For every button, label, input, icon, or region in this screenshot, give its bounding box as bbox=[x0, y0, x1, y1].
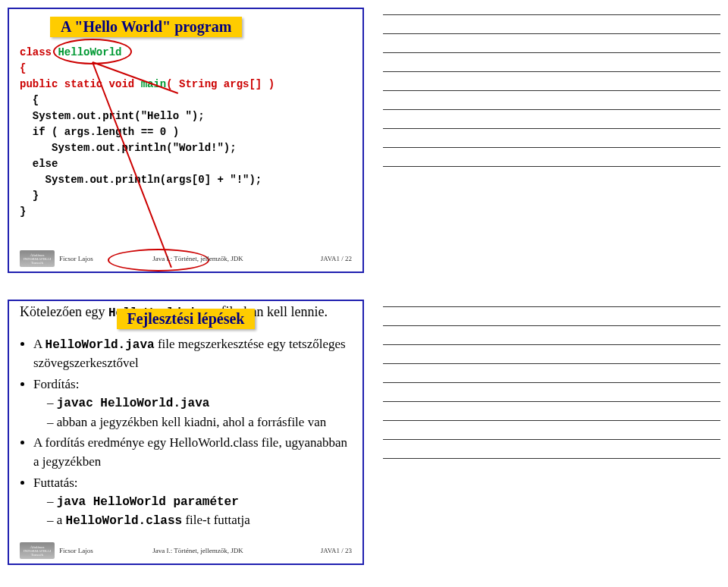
sub-mono: java HelloWorld paraméter bbox=[57, 495, 239, 509]
code-line: { bbox=[20, 94, 39, 106]
bullet-item: A HelloWorld.java file megszerkesztése e… bbox=[33, 335, 352, 373]
note-line bbox=[383, 14, 720, 15]
sub-item: a HelloWorld.class file-t futtatja bbox=[47, 511, 352, 530]
note-line bbox=[383, 127, 720, 129]
notes-area bbox=[383, 8, 720, 273]
annotation-arrow bbox=[92, 62, 172, 268]
code-line: if ( args.length == 0 ) bbox=[20, 126, 179, 138]
footer-title: Java I.: Történet, jellemzők, JDK bbox=[97, 255, 299, 262]
bullet-item: A fordítás eredménye egy HelloWorld.clas… bbox=[33, 434, 352, 471]
code-classname: HelloWorld bbox=[58, 46, 121, 58]
sub-item: javac HelloWorld.java bbox=[47, 394, 352, 413]
sub-mono: HelloWorld.class bbox=[66, 514, 183, 528]
footer-title: Java I.: Történet, jellemzők, JDK bbox=[97, 547, 299, 554]
bullet-text: Futtatás: bbox=[33, 476, 78, 490]
code-line: { bbox=[20, 62, 26, 74]
footer-logo: Általános INFORMATIKAI Tanszék bbox=[20, 542, 55, 559]
sub-list: javac HelloWorld.java abban a jegyzékben… bbox=[33, 394, 352, 432]
code-line: } bbox=[20, 190, 39, 202]
code-kw: public static void bbox=[20, 78, 141, 90]
sub-list: java HelloWorld paraméter a HelloWorld.c… bbox=[33, 492, 352, 530]
note-line bbox=[383, 363, 720, 364]
bullet-text: A bbox=[33, 337, 46, 351]
note-line bbox=[383, 306, 720, 307]
slide-title: A "Hello World" program bbox=[50, 17, 242, 37]
sub-text: a bbox=[57, 513, 66, 527]
note-line bbox=[383, 108, 720, 110]
note-line bbox=[383, 400, 720, 402]
code-line: else bbox=[20, 158, 58, 170]
note-line bbox=[383, 381, 720, 383]
bullet-mono: HelloWorld.java bbox=[46, 338, 155, 352]
note-line bbox=[383, 71, 720, 72]
sub-mono: javac HelloWorld.java bbox=[57, 397, 210, 410]
slide-23: Fejlesztési lépések A HelloWorld.java fi… bbox=[8, 300, 364, 565]
slide-22: A "Hello World" program class HelloWorld… bbox=[8, 8, 364, 273]
footer-author: Ficsor Lajos bbox=[59, 547, 97, 554]
slide-title: Fejlesztési lépések bbox=[117, 309, 256, 329]
code-line: ( String args[] ) bbox=[166, 78, 275, 90]
note-line bbox=[383, 438, 720, 440]
slide-footer: Általános INFORMATIKAI Tanszék Ficsor La… bbox=[20, 542, 352, 559]
bullet-text: Fordítás: bbox=[33, 377, 79, 391]
code-line: } bbox=[20, 206, 26, 218]
footer-logo: Általános INFORMATIKAI Tanszék bbox=[20, 250, 55, 267]
code-kw: class bbox=[20, 46, 58, 58]
note-line bbox=[383, 89, 720, 91]
note-line bbox=[383, 344, 720, 345]
footer-page: JAVA1 / 23 bbox=[299, 547, 352, 554]
footer-author: Ficsor Lajos bbox=[59, 255, 97, 262]
footer-page: JAVA1 / 22 bbox=[299, 255, 352, 262]
sub-item: java HelloWorld paraméter bbox=[47, 492, 352, 511]
bullet-list: A HelloWorld.java file megszerkesztése e… bbox=[20, 335, 352, 531]
code-line: System.out.println(args[0] + "!"); bbox=[20, 174, 262, 186]
note-line bbox=[383, 165, 720, 167]
note-line bbox=[383, 325, 720, 326]
note-line bbox=[383, 419, 720, 421]
note-line bbox=[383, 146, 720, 148]
notes-area bbox=[383, 300, 720, 565]
bullet-item: Futtatás: java HelloWorld paraméter a He… bbox=[33, 474, 352, 531]
sub-item: abban a jegyzékben kell kiadni, ahol a f… bbox=[47, 413, 352, 432]
note-line bbox=[383, 33, 720, 34]
note-line bbox=[383, 52, 720, 53]
sub-text: file-t futtatja bbox=[182, 513, 250, 527]
note-line bbox=[383, 457, 720, 459]
slide-footer: Általános INFORMATIKAI Tanszék Ficsor La… bbox=[20, 250, 352, 267]
bullet-item: Fordítás: javac HelloWorld.java abban a … bbox=[33, 375, 352, 432]
